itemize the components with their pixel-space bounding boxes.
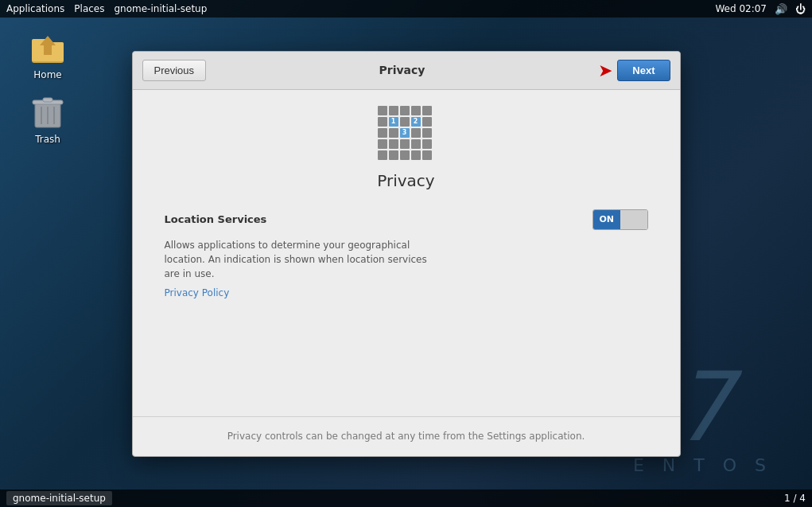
top-bar-right: Wed 02:07 🔊 ⏻ [715,3,806,15]
centos-brand-text: E N T O S [633,455,772,475]
footer-text: Privacy controls can be changed at any t… [227,431,585,442]
power-icon[interactable]: ⏻ [795,3,806,15]
privacy-policy-link[interactable]: Privacy Policy [165,287,230,298]
grid-cell [400,139,410,149]
svg-rect-4 [44,45,52,55]
toggle-on-label[interactable]: ON [593,210,621,229]
svg-rect-7 [43,98,52,102]
grid-cell [389,106,398,115]
grid-cell [400,106,410,115]
grid-cell-num3: 3 [400,128,410,138]
grid-cell [378,150,387,160]
taskbar: gnome-initial-setup 1 / 4 [0,489,812,507]
next-btn-container: ➤ Next [598,60,670,81]
grid-cell [411,106,421,115]
trash-icon[interactable]: Trash [16,92,80,145]
desktop-icons: Home Trash [16,28,80,145]
grid-cell [378,139,387,149]
page-indicator: 1 / 4 [784,493,806,504]
taskbar-app-item[interactable]: gnome-initial-setup [6,491,112,505]
grid-cell [389,128,398,138]
taskbar-right: 1 / 4 [784,493,806,504]
toggle-off-area[interactable] [620,210,647,229]
grid-cell [411,139,421,149]
dialog-title: Privacy [206,64,598,76]
next-button[interactable]: Next [617,60,670,81]
dialog-content: 1 2 3 [133,90,680,416]
volume-icon[interactable]: 🔊 [775,3,787,15]
trash-icon-label: Trash [35,134,60,145]
dialog-header: Previous Privacy ➤ Next [133,52,680,90]
grid-cell [411,128,421,138]
applications-menu[interactable]: Applications [6,3,64,14]
location-header: Location Services ON [165,209,648,230]
next-arrow-icon: ➤ [598,60,612,80]
top-bar-left: Applications Places gnome-initial-setup [6,3,207,14]
grid-cell [411,150,421,160]
grid-cell [422,150,432,160]
grid-cell [378,117,387,127]
grid-cell [378,106,387,115]
grid-cell-num2: 2 [411,117,421,127]
location-description: Allows applications to determine your ge… [165,238,435,281]
grid-cell [422,106,432,115]
home-folder-image [29,28,67,66]
grid-cell [400,150,410,160]
privacy-icon: 1 2 3 [378,106,435,163]
grid-cell [389,139,398,149]
privacy-icon-grid: 1 2 3 [378,106,435,160]
places-menu[interactable]: Places [74,3,104,14]
grid-cell [422,128,432,138]
time-display: Wed 02:07 [715,3,767,14]
location-toggle[interactable]: ON [592,209,648,230]
dialog-footer: Privacy controls can be changed at any t… [133,416,680,456]
grid-cell [378,128,387,138]
taskbar-left: gnome-initial-setup [6,491,112,505]
trash-image [29,92,67,131]
grid-cell [400,117,410,127]
grid-cell [422,139,432,149]
home-icon-label: Home [33,69,61,80]
home-icon[interactable]: Home [16,28,80,80]
privacy-dialog: Previous Privacy ➤ Next [132,51,681,457]
app-name-menu[interactable]: gnome-initial-setup [114,3,207,14]
location-section: Location Services ON Allows applications… [165,209,648,298]
previous-button[interactable]: Previous [142,60,207,81]
top-bar: Applications Places gnome-initial-setup … [0,0,812,18]
grid-cell [389,150,398,160]
desktop: Applications Places gnome-initial-setup … [0,0,812,507]
grid-cell-num1: 1 [389,117,398,127]
privacy-heading: Privacy [377,171,434,190]
location-services-label: Location Services [165,213,267,225]
grid-cell [422,117,432,127]
